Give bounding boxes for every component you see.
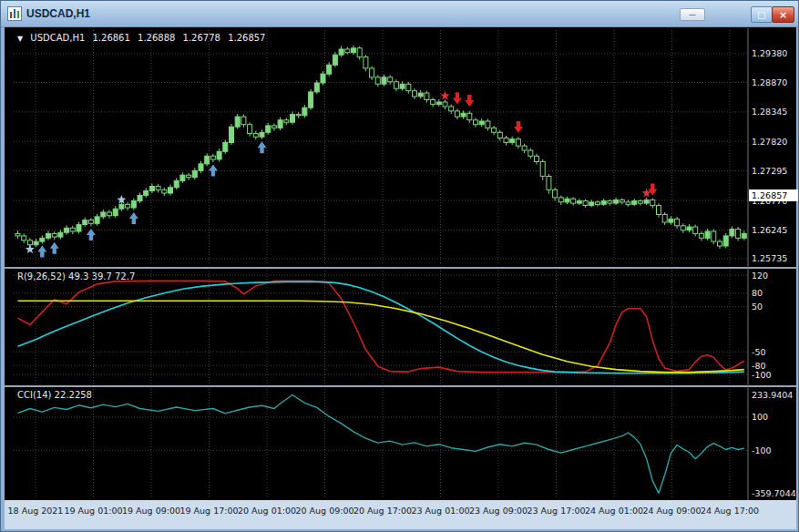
time-axis[interactable] xyxy=(5,500,796,529)
title-bar[interactable]: USDCAD,H1 — □ × xyxy=(1,1,798,27)
app-icon xyxy=(7,6,22,21)
window-title: USDCAD,H1 xyxy=(26,7,90,20)
price-axis[interactable] xyxy=(748,27,796,500)
close-button[interactable]: × xyxy=(772,6,794,23)
maximize-button[interactable]: □ xyxy=(751,6,773,23)
chart-plot-area[interactable] xyxy=(5,27,748,500)
minimize-button[interactable]: — xyxy=(680,8,705,21)
chart-window: USDCAD,H1 — □ × 1.293801.288701.283451.2… xyxy=(0,0,799,532)
